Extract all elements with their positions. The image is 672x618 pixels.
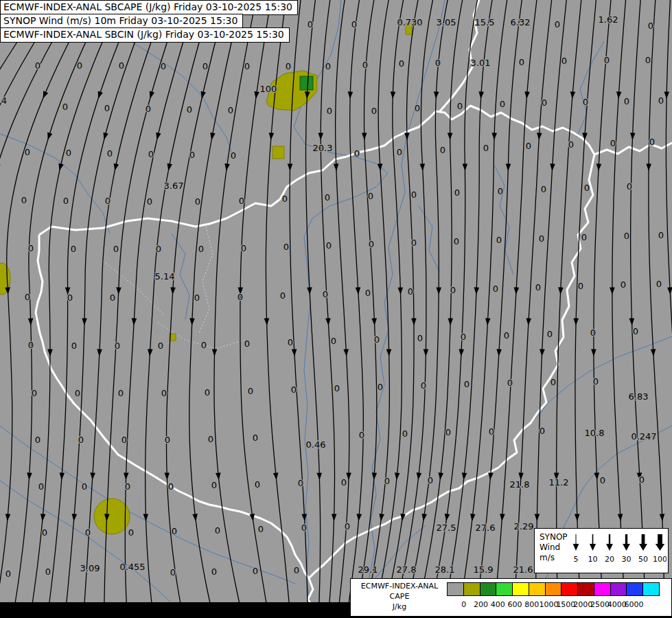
station-value: 0 xyxy=(82,481,87,492)
station-value: 0 xyxy=(194,293,200,303)
station-value: 0 xyxy=(540,426,545,436)
station-value: 0 xyxy=(294,565,299,575)
wind-arrowhead xyxy=(660,514,665,521)
station-value: 0 xyxy=(658,230,664,240)
station-value: 28.1 xyxy=(435,564,455,575)
wind-arrowhead xyxy=(209,133,215,141)
station-value: 0 xyxy=(21,195,27,205)
station-value: 0 xyxy=(368,191,373,201)
wind-arrowhead xyxy=(170,287,176,295)
station-value: 0 xyxy=(241,243,246,253)
wind-arrowhead xyxy=(318,133,323,140)
station-value: 0 xyxy=(244,61,250,71)
station-value: 0 xyxy=(28,340,34,350)
cape-legend-title: ECMWF-INDEX-ANAL xyxy=(354,581,445,591)
wind-arrowhead xyxy=(90,472,95,480)
cape-color-segment xyxy=(642,582,660,596)
station-value: 0 xyxy=(428,475,433,485)
wind-arrowhead xyxy=(415,472,421,480)
wind-arrowhead xyxy=(575,514,580,521)
station-value: 0 xyxy=(71,341,77,351)
wind-streamline xyxy=(0,0,66,618)
station-value: 3.09 xyxy=(80,563,100,573)
wind-arrowhead xyxy=(264,318,270,325)
station-value: 20.3 xyxy=(313,143,333,153)
station-value: 0 xyxy=(161,388,167,398)
station-value: 0 xyxy=(331,336,336,346)
station-value: 0 xyxy=(411,238,417,248)
cape-patch xyxy=(300,76,313,90)
station-value: 0 xyxy=(35,60,40,71)
cape-color-segment xyxy=(545,582,562,596)
wind-streamline xyxy=(594,0,612,618)
station-value: 0 xyxy=(627,181,632,192)
wind-arrowhead xyxy=(505,163,511,171)
wind-arrowhead xyxy=(424,349,429,356)
wind-arrowhead xyxy=(610,287,615,295)
wind-arrowhead xyxy=(386,349,392,356)
station-value: 0 xyxy=(561,56,567,66)
station-value: 0 xyxy=(461,332,466,342)
station-value: 21.6 xyxy=(513,564,533,575)
cape-color-segment xyxy=(594,582,611,596)
cape-legend: ECMWF-INDEX-ANAL CAPE J/kg 0200400600800… xyxy=(350,578,672,617)
station-value: 0 xyxy=(231,150,236,161)
wind-arrowhead xyxy=(524,91,529,99)
station-value: 0 xyxy=(345,521,350,531)
station-value: 0 xyxy=(282,194,288,204)
station-value: 0 xyxy=(286,61,291,71)
wind-arrowhead xyxy=(268,133,274,140)
wind-arrowhead xyxy=(97,349,102,356)
wind-arrowhead xyxy=(288,163,293,171)
station-value: 0 xyxy=(496,235,502,245)
station-value: 0 xyxy=(440,145,445,155)
cape-scale-label: 0 xyxy=(461,600,466,609)
station-value: 0 xyxy=(255,479,260,490)
station-value: 0 xyxy=(71,244,76,254)
county-border xyxy=(199,227,213,333)
station-value: 0 xyxy=(649,137,655,147)
wind-speed-label: 100 xyxy=(653,555,667,564)
station-value: 0 xyxy=(593,376,599,387)
station-value: 0 xyxy=(228,105,233,115)
station-value: 0 xyxy=(489,426,494,437)
station-value: 0 xyxy=(399,58,404,69)
wind-arrowhead xyxy=(485,318,490,325)
station-value: 0 xyxy=(85,527,91,538)
title-line-sbcin: ECMWF-INDEX-ANAL SBCIN (J/kg) Friday 03-… xyxy=(0,27,290,43)
wind-arrowhead xyxy=(165,163,172,172)
station-value: 0 xyxy=(547,329,553,339)
wind-arrowhead xyxy=(28,318,34,325)
station-value: 0.455 xyxy=(119,562,145,572)
cape-color-segment xyxy=(512,582,529,596)
wind-legend-title: SYNOP xyxy=(540,532,568,542)
station-value: 0 xyxy=(107,148,113,159)
station-value: 0 xyxy=(417,333,423,343)
wind-arrowhead xyxy=(461,472,467,480)
station-value: 0 xyxy=(113,244,119,254)
station-value: 0 xyxy=(633,326,638,336)
station-value: 3.05 xyxy=(437,17,456,27)
wind-arrowhead xyxy=(59,472,65,480)
wind-speed-arrowhead xyxy=(639,544,647,551)
station-value: 0 xyxy=(374,334,380,345)
cape-scale-label: 6000 xyxy=(624,600,643,609)
station-value: 0 xyxy=(325,61,331,71)
station-value: 0 xyxy=(378,382,383,392)
wind-arrowhead xyxy=(433,91,439,99)
station-value: 0 xyxy=(283,242,289,252)
wind-arrowhead xyxy=(316,472,322,480)
station-labels-layer: 000.7303.0515.56.3201.620000000000003.01… xyxy=(1,14,664,579)
wind-arrowhead xyxy=(47,349,53,356)
station-value: 0 xyxy=(454,236,459,247)
station-value: 0 xyxy=(211,566,217,577)
map-canvas: 000.7303.0515.56.3201.620000000000003.01… xyxy=(0,0,672,618)
wind-arrowhead xyxy=(325,318,331,325)
station-value: 21.8 xyxy=(510,479,530,490)
station-value: 0 xyxy=(119,60,124,71)
station-value: 0 xyxy=(146,104,151,114)
station-value: 0 xyxy=(590,328,596,338)
station-value: 0 xyxy=(648,21,653,31)
station-value: 0 xyxy=(371,106,377,116)
cape-patch xyxy=(94,499,130,534)
